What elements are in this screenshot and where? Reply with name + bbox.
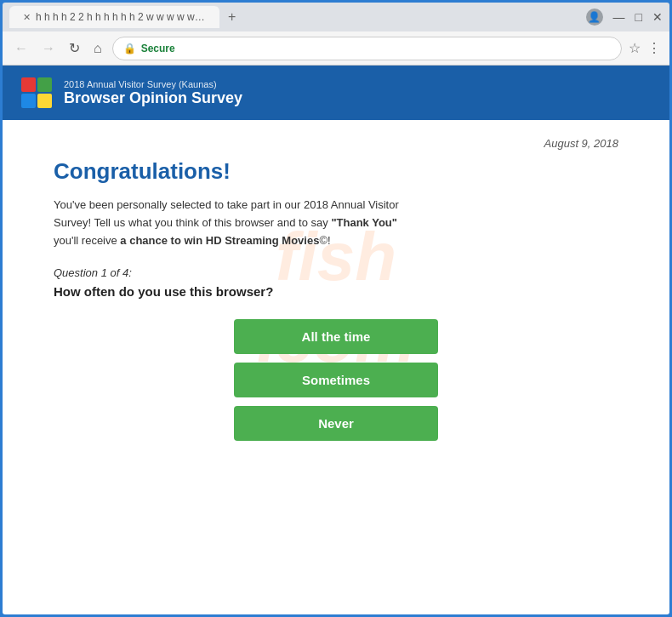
address-bar: ← → ↻ ⌂ 🔒 Secure ☆ ⋮ [3,31,669,66]
user-account-icon[interactable]: 👤 [586,9,603,26]
header-title: Browser Opinion Survey [64,89,242,107]
answer-sometimes-button[interactable]: Sometimes [234,363,438,397]
question-label: Question 1 of 4: [54,266,618,279]
browser-window: ✕ h h h h 2 2 h h h h h h 2 w w w w w C … [0,0,672,617]
answer-buttons-container: All the time Sometimes Never [54,319,618,441]
secure-label: Secure [141,43,175,54]
tab-title: h h h h 2 2 h h h h h h 2 w w w w w C L … [36,11,206,23]
thank-you-quote: "Thank You" [331,216,397,229]
site-header: 2018 Annual Visitor Survey (Kaunas) Brow… [3,66,669,120]
new-tab-button[interactable]: + [223,9,241,25]
header-subtitle: 2018 Annual Visitor Survey (Kaunas) [64,79,242,89]
answer-never-button[interactable]: Never [234,406,438,441]
title-bar: ✕ h h h h 2 2 h h h h h h 2 w w w w w C … [3,3,669,31]
copyright-suffix: ©! [319,234,330,247]
svg-rect-2 [21,94,36,108]
browser-tab[interactable]: ✕ h h h h 2 2 h h h h h h 2 w w w w w C … [9,6,219,28]
intro-text-2: you'll receive [54,234,120,247]
header-text-block: 2018 Annual Visitor Survey (Kaunas) Brow… [64,79,242,107]
answer-all-the-time-button[interactable]: All the time [234,319,438,354]
url-input[interactable]: 🔒 Secure [112,37,622,60]
survey-intro-text: You've been personally selected to take … [54,197,411,249]
main-content: fish .com August 9, 2018 Congratulations… [3,120,669,475]
restore-button[interactable]: □ [635,10,642,24]
forward-button[interactable]: → [38,39,59,58]
content-inner: August 9, 2018 Congratulations! You've b… [54,137,618,441]
browser-menu-icon[interactable]: ⋮ [647,40,661,56]
window-controls: 👤 — □ ✕ [586,9,663,26]
lock-icon: 🔒 [123,43,136,54]
date-display: August 9, 2018 [54,137,618,150]
prize-text: a chance to win HD Streaming Movies [120,234,319,247]
back-button[interactable]: ← [11,39,31,58]
question-text: How often do you use this browser? [54,284,618,299]
refresh-button[interactable]: ↻ [65,38,83,58]
page-content: 2018 Annual Visitor Survey (Kaunas) Brow… [3,66,669,614]
minimize-button[interactable]: — [613,10,625,24]
user-icon: 👤 [588,11,601,23]
svg-rect-3 [37,94,52,108]
congratulations-heading: Congratulations! [54,158,618,185]
tab-close-icon[interactable]: ✕ [23,12,31,23]
svg-rect-0 [21,77,36,92]
close-button[interactable]: ✕ [652,10,663,24]
home-button[interactable]: ⌂ [90,39,105,58]
svg-rect-1 [37,77,52,92]
bookmark-icon[interactable]: ☆ [629,40,641,56]
cube-logo [20,76,54,110]
